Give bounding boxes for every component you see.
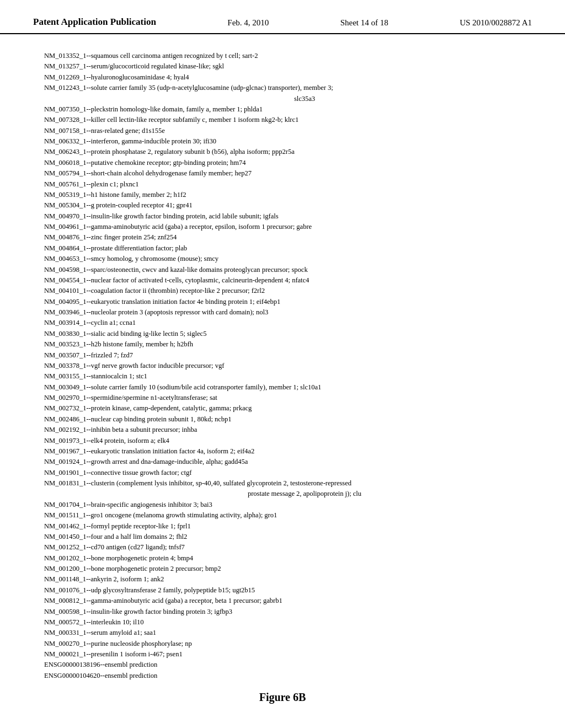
list-item: slc35a3	[88, 94, 521, 104]
list-item: NM_002970_1--spermidine/spermine n1-acet…	[44, 393, 521, 403]
list-item: NM_007350_1--pleckstrin homology-like do…	[44, 104, 521, 115]
list-item: NM_000598_1--insulin-like growth factor …	[44, 607, 521, 617]
list-item: NM_001831_1--clusterin (complement lysis…	[44, 478, 521, 489]
list-item: NM_001924_1--growth arrest and dna-damag…	[44, 457, 521, 467]
list-item: NM_000812_1--gamma-aminobutyric acid (ga…	[44, 596, 521, 606]
list-item: NM_004101_1--coagulation factor ii (thro…	[44, 286, 521, 296]
list-item: NM_003946_1--nucleolar protein 3 (apopto…	[44, 307, 521, 318]
publication-title: Patent Application Publication	[33, 17, 156, 28]
list-item: NM_001148_1--ankyrin 2, isoform 1; ank2	[44, 574, 521, 585]
list-item: NM_005794_1--short-chain alcohol dehydro…	[44, 168, 521, 179]
list-item: NM_004554_1--nuclear factor of activated…	[44, 275, 521, 286]
list-item: NM_012243_1--solute carrier family 35 (u…	[44, 83, 521, 93]
list-item: NM_001202_1--bone morphogenetic protein …	[44, 553, 521, 564]
list-item: NM_004961_1--gamma-aminobutyric acid (ga…	[44, 222, 521, 232]
list-item: NM_004864_1--prostate differentiation fa…	[44, 243, 521, 254]
list-item: NM_001200_1--bone morphogenetic protein …	[44, 564, 521, 574]
list-item: NM_002732_1--protein kinase, camp-depend…	[44, 403, 521, 414]
list-item: NM_001704_1--brain-specific angiogenesis…	[44, 500, 521, 510]
list-item: NM_003914_1--cyclin a1; ccna1	[44, 318, 521, 328]
list-item: NM_001973_1--elk4 protein, isoform a; el…	[44, 436, 521, 446]
publication-date: Feb. 4, 2010	[227, 18, 269, 28]
list-item: ENSG00000104620--ensembl prediction	[44, 671, 521, 681]
list-item: prostate message 2, apolipoprotein j); c…	[88, 489, 521, 499]
list-item: NM_003378_1--vgf nerve growth factor ind…	[44, 361, 521, 371]
figure-caption: Figure 6B	[44, 691, 521, 704]
list-item: NM_006018_1--putative chemokine receptor…	[44, 158, 521, 168]
list-item: NM_006243_1--protein phosphatase 2, regu…	[44, 147, 521, 157]
page-header: Patent Application Publication Feb. 4, 2…	[0, 0, 565, 34]
list-item: ENSG00000138196--ensembl prediction	[44, 660, 521, 670]
sheet-info: Sheet 14 of 18	[340, 18, 388, 28]
page: Patent Application Publication Feb. 4, 2…	[0, 0, 565, 728]
list-item: NM_003523_1--h2b histone family, member …	[44, 339, 521, 350]
list-item: NM_001450_1--four and a half lim domains…	[44, 532, 521, 542]
list-item: NM_004876_1--zinc finger protein 254; zn…	[44, 232, 521, 243]
main-content: NM_013352_1--squamous cell carcinoma ant…	[0, 45, 565, 720]
gene-list: NM_013352_1--squamous cell carcinoma ant…	[44, 51, 521, 681]
list-item: NM_001901_1--connective tissue growth fa…	[44, 468, 521, 478]
list-item: NM_000270_1--purine nucleoside phosphory…	[44, 639, 521, 649]
list-item: NM_006332_1--interferon, gamma-inducible…	[44, 136, 521, 147]
list-item: NM_004653_1--smcy homolog, y chromosome …	[44, 254, 521, 264]
list-item: NM_005304_1--g protein-coupled receptor …	[44, 200, 521, 211]
list-item: NM_004598_1--sparc/osteonectin, cwcv and…	[44, 265, 521, 275]
list-item: NM_001967_1--eukaryotic translation init…	[44, 446, 521, 457]
list-item: NM_005761_1--plexin c1; plxnc1	[44, 179, 521, 190]
list-item: NM_001462_1--formyl peptide receptor-lik…	[44, 521, 521, 532]
list-item: NM_003155_1--stanniocalcin 1; stc1	[44, 371, 521, 382]
list-item: NM_002486_1--nuclear cap binding protein…	[44, 414, 521, 425]
list-item: NM_004095_1--eukaryotic translation init…	[44, 297, 521, 307]
list-item: NM_001511_1--gro1 oncogene (melanoma gro…	[44, 510, 521, 521]
list-item: NM_003507_1--frizzled 7; fzd7	[44, 350, 521, 361]
list-item: NM_005319_1--h1 histone family, member 2…	[44, 190, 521, 200]
list-item: NM_002192_1--inhibin beta a subunit prec…	[44, 425, 521, 435]
list-item: NM_007328_1--killer cell lectin-like rec…	[44, 115, 521, 125]
list-item: NM_003049_1--solute carrier family 10 (s…	[44, 382, 521, 393]
list-item: NM_007158_1--nras-related gene; d1s155e	[44, 126, 521, 136]
list-item: NM_001076_1--udp glycosyltransferase 2 f…	[44, 585, 521, 596]
list-item: NM_013257_1--serum/glucocorticoid regula…	[44, 61, 521, 72]
list-item: NM_000021_1--presenilin 1 isoform i-467;…	[44, 649, 521, 660]
list-item: NM_000331_1--serum amyloid a1; saa1	[44, 628, 521, 638]
list-item: NM_000572_1--interleukin 10; il10	[44, 617, 521, 628]
list-item: NM_001252_1--cd70 antigen (cd27 ligand);…	[44, 542, 521, 553]
patent-number: US 2010/0028872 A1	[460, 18, 532, 28]
list-item: NM_003830_1--sialic acid binding ig-like…	[44, 329, 521, 339]
list-item: NM_013352_1--squamous cell carcinoma ant…	[44, 51, 521, 61]
list-item: NM_012269_1--hyaluronoglucosaminidase 4;…	[44, 72, 521, 83]
list-item: NM_004970_1--insulin-like growth factor …	[44, 211, 521, 222]
